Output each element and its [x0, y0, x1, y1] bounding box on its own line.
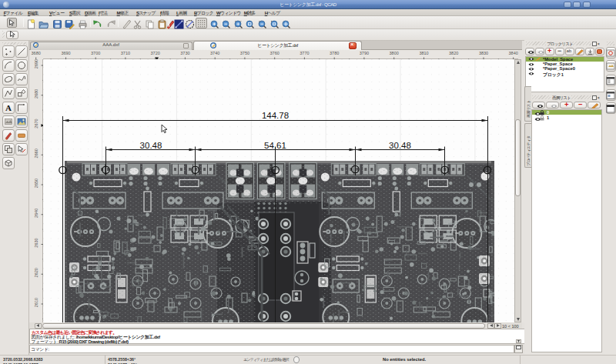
svg-text:54.61: 54.61	[264, 141, 286, 150]
svg-text:3760: 3760	[270, 50, 279, 55]
svg-text:A: A	[5, 103, 12, 112]
svg-text:2620: 2620	[34, 268, 38, 277]
svg-text:3840: 3840	[508, 50, 517, 55]
svg-text:3770: 3770	[300, 50, 309, 55]
svg-text:3680: 3680	[31, 50, 40, 55]
svg-text:30.48: 30.48	[389, 141, 411, 150]
svg-text:2610: 2610	[34, 298, 38, 307]
svg-text:144.78: 144.78	[262, 111, 289, 120]
svg-text:2660: 2660	[34, 149, 38, 158]
svg-text:3710: 3710	[120, 50, 129, 55]
svg-text:3730: 3730	[180, 50, 189, 55]
svg-text:3690: 3690	[61, 50, 70, 55]
svg-text:2640: 2640	[34, 209, 38, 218]
svg-text:2630: 2630	[34, 238, 38, 247]
svg-text:3700: 3700	[91, 50, 100, 55]
svg-text:3830: 3830	[478, 50, 487, 55]
svg-text:3720: 3720	[150, 50, 159, 55]
svg-text:2670: 2670	[34, 119, 38, 128]
svg-text:3800: 3800	[389, 50, 398, 55]
svg-text:3820: 3820	[449, 50, 458, 55]
svg-text:3750: 3750	[239, 50, 249, 55]
svg-text:2650: 2650	[34, 179, 38, 188]
svg-text:3790: 3790	[359, 50, 368, 55]
svg-text:3810: 3810	[419, 50, 428, 55]
svg-text:3740: 3740	[210, 50, 219, 55]
svg-text:3780: 3780	[330, 50, 339, 55]
svg-text:2680: 2680	[34, 89, 38, 99]
svg-text:30.48: 30.48	[140, 141, 162, 150]
svg-text:2690: 2690	[34, 59, 38, 68]
